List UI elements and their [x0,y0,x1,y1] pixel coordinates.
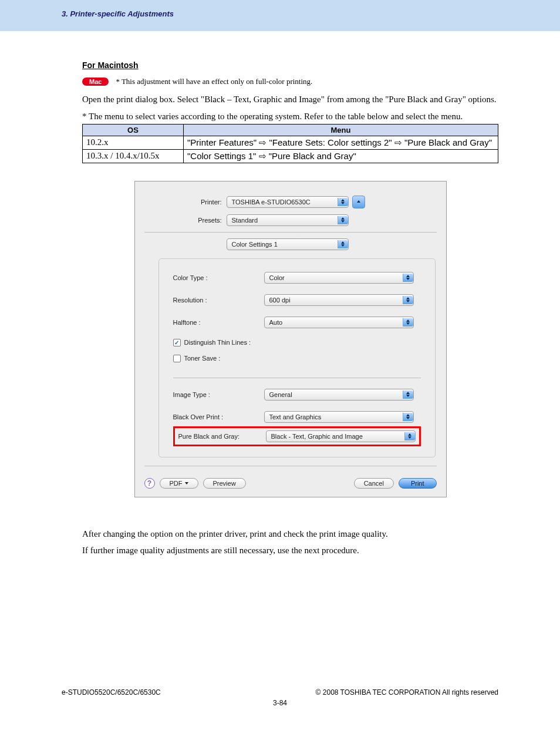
table-row: 10.2.x "Printer Features" ⇨ "Feature Set… [83,136,498,149]
divider [173,378,421,378]
print-button[interactable]: Print [399,478,437,489]
star-note: * The menu to select varies according to… [82,112,498,122]
settings-panel: Color Type : Color Resolution : 600 dpi … [158,258,436,457]
divider [144,232,437,233]
footer-copyright: © 2008 TOSHIBA TEC CORPORATION All right… [316,688,498,696]
updown-icon [403,274,413,282]
page-number: 3-84 [0,699,560,707]
updown-icon [403,296,413,304]
updown-icon [404,432,415,440]
distinguish-checkbox[interactable]: ✓ [173,339,181,346]
toner-save-checkbox[interactable] [173,355,181,362]
printer-select[interactable]: TOSHIBA e-STUDIO6530C [227,196,349,208]
resolution-label: Resolution : [173,297,264,304]
toner-save-label: Toner Save : [184,355,221,362]
th-os: OS [83,124,184,136]
section-select[interactable]: Color Settings 1 [227,238,349,250]
presets-select[interactable]: Standard [227,214,349,226]
updown-icon [403,391,413,399]
os-menu-table: OS Menu 10.2.x "Printer Features" ⇨ "Fea… [82,124,498,163]
page-content: For Macintosh Mac * This adjustment will… [0,31,560,559]
disclosure-button[interactable] [352,196,365,208]
printer-label: Printer: [144,198,227,206]
color-type-select[interactable]: Color [264,272,414,284]
presets-label: Presets: [144,217,227,224]
after-paragraph-1: After changing the option on the printer… [82,526,498,543]
halftone-label: Halftone : [173,319,264,326]
updown-icon [338,240,348,248]
color-type-label: Color Type : [173,274,264,281]
resolution-select[interactable]: 600 dpi [264,294,414,306]
updown-icon [338,216,348,224]
mac-note: * This adjustment will have an effect on… [116,77,312,86]
intro-paragraph: Open the print dialog box. Select "Black… [82,91,498,108]
divider [144,466,437,466]
chevron-down-icon [185,482,188,484]
print-dialog: Printer: TOSHIBA e-STUDIO6530C Presets: … [134,181,447,497]
pdf-button[interactable]: PDF [160,478,198,489]
black-over-label: Black Over Print : [173,413,264,420]
mac-badge: Mac [82,78,109,86]
th-menu: Menu [184,124,498,136]
pure-black-label: Pure Black and Gray: [178,433,266,440]
halftone-select[interactable]: Auto [264,317,414,328]
preview-button[interactable]: Preview [203,478,246,489]
highlighted-row: Pure Black and Gray: Black - Text, Graph… [173,426,421,446]
black-over-select[interactable]: Text and Graphics [264,411,414,423]
image-type-label: Image Type : [173,391,264,398]
after-paragraph-2: If further image quality adjustments are… [82,542,498,559]
distinguish-label: Distinguish Thin Lines : [184,339,251,346]
image-type-select[interactable]: General [264,389,414,401]
help-icon[interactable]: ? [144,478,155,489]
table-row: 10.3.x / 10.4.x/10.5x "Color Settings 1"… [83,149,498,163]
cancel-button[interactable]: Cancel [354,478,394,489]
section-heading: For Macintosh [82,60,498,70]
footer-model: e-STUDIO5520C/6520C/6530C [62,688,161,696]
chapter-header: 3. Printer-specific Adjustments [0,0,560,31]
updown-icon [403,318,413,327]
updown-icon [403,413,413,421]
updown-icon [338,198,348,206]
pure-black-select[interactable]: Black - Text, Graphic and Image [266,430,416,442]
